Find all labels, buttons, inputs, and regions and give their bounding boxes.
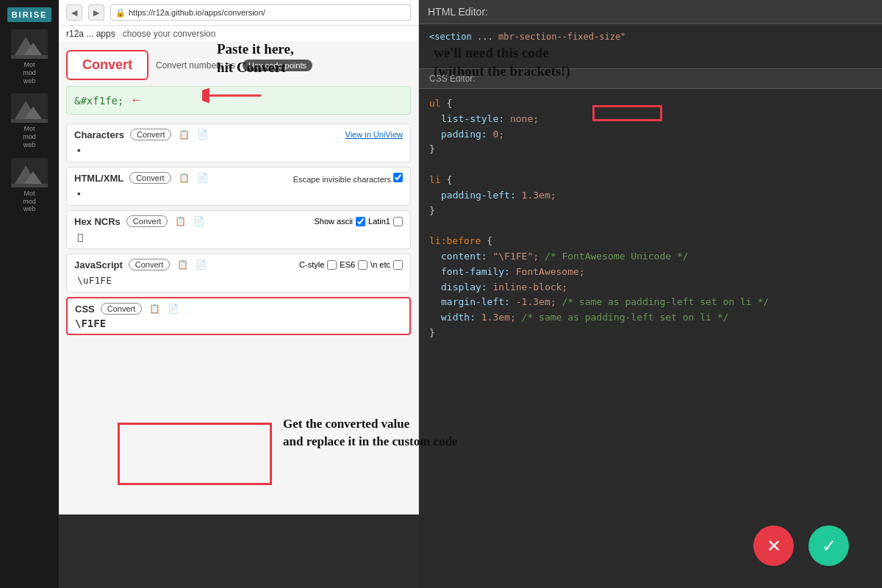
code-margin-left-line: margin-left: -1.3em; /* same as padding-… [429, 295, 872, 310]
convert-header-row: Convert Convert numbers as Hex code poin… [66, 50, 411, 80]
hex-code-badge: Hex code points [243, 60, 312, 71]
confirm-icon: ✓ [822, 536, 836, 556]
convert-numbers-label: Convert numbers as [156, 60, 235, 71]
code-width-line: width: 1.3em; /* same as padding-left se… [429, 310, 872, 326]
htmlxml-header: HTML/XML Convert 📋 📄 Escape invisible ch… [74, 172, 403, 184]
characters-header: Characters Convert 📋 📄 View in UniView [74, 129, 403, 140]
htmlxml-title: HTML/XML [74, 173, 123, 184]
nav-links: r12a ... apps choose your conversion [59, 26, 418, 43]
escape-checkbox[interactable] [393, 173, 403, 182]
hexncrs-options: Show ascii Latin1 [314, 217, 403, 226]
hexncrs-header: Hex NCRs Convert 📋 📄 Show ascii Latin1 [74, 215, 403, 227]
code-content-line: content: "\F1FE"; /* FontAwesome Unicode… [429, 249, 872, 265]
mountain-icon-3 [11, 158, 48, 187]
hexncrs-copy-icon[interactable]: 📋 [175, 216, 186, 226]
svg-rect-11 [11, 184, 48, 187]
code-ul-selector: ul { [429, 96, 872, 112]
result-arrow: ← [129, 93, 143, 108]
confirm-button[interactable]: ✓ [808, 526, 849, 566]
show-ascii-checkbox[interactable] [356, 217, 365, 226]
characters-title: Characters [74, 129, 124, 140]
sidebar: BIRISE Motmodweb Motmodweb Motmodweb [0, 0, 59, 588]
html-code-area: <section ... mbr-section--fixed-size" [419, 24, 882, 68]
n-etc-checkbox[interactable] [393, 260, 403, 270]
javascript-convert-btn[interactable]: Convert [129, 259, 171, 270]
cancel-icon: ✕ [767, 536, 781, 556]
cancel-button[interactable]: ✕ [753, 526, 794, 566]
css-header: CSS Convert 📋 📄 [75, 303, 402, 315]
html-editor-label: HTML Editor: [428, 6, 488, 18]
characters-section: Characters Convert 📋 📄 View in UniView ▪ [66, 123, 411, 162]
htmlxml-copy-icon[interactable]: 📋 [179, 173, 190, 183]
htmlxml-doc-icon[interactable]: 📄 [197, 173, 208, 183]
css-code-area: ul { list-style: none; padding: 0; } li … [419, 89, 882, 348]
code-li-before-selector: li:before { [429, 234, 872, 249]
css-section: CSS Convert 📋 📄 \F1FE [66, 297, 411, 335]
svg-rect-3 [11, 55, 48, 59]
sidebar-label-3: Motmodweb [23, 190, 36, 213]
sidebar-item-1: Motmodweb [2, 29, 57, 85]
mountain-icon-1 [11, 29, 48, 59]
lock-icon: 🔒 [115, 8, 126, 18]
browser-toolbar: ◀ ▶ 🔒 https://r12a.github.io/apps/conver… [59, 0, 418, 26]
htmlxml-content: ▪ [74, 187, 403, 201]
convert-result-box: &#xf1fe; ← [66, 86, 411, 115]
code-panel: HTML Editor: <section ... mbr-section--f… [419, 0, 882, 588]
code-padding-ul: padding: 0; [429, 127, 872, 143]
hexncrs-section: Hex NCRs Convert 📋 📄 Show ascii Latin1  [66, 210, 411, 249]
code-display-line: display: inline-block; [429, 280, 872, 295]
htmlxml-section: HTML/XML Convert 📋 📄 Escape invisible ch… [66, 167, 411, 206]
view-in-uniview-link[interactable]: View in UniView [345, 130, 403, 139]
back-button[interactable]: ◀ [66, 4, 82, 21]
css-doc-icon[interactable]: 📄 [168, 304, 179, 314]
convert-main: Convert Convert numbers as Hex code poin… [59, 43, 418, 347]
code-ul-close: } [429, 142, 872, 157]
es6-checkbox[interactable] [358, 260, 368, 270]
javascript-options: C-style ES6 \n etc [299, 260, 403, 270]
c-style-checkbox[interactable] [327, 260, 337, 270]
css-content: \F1FE [75, 318, 402, 329]
characters-content: ▪ [74, 143, 403, 157]
sidebar-item-3: Motmodweb [2, 158, 57, 213]
characters-copy-icon[interactable]: 📋 [179, 129, 190, 140]
code-padding-left-li: padding-left: 1.3em; [429, 188, 872, 204]
url-text: https://r12a.github.io/apps/conversion/ [129, 8, 265, 17]
code-li-selector: li { [429, 173, 872, 188]
url-bar[interactable]: 🔒 https://r12a.github.io/apps/conversion… [110, 4, 411, 21]
hexncrs-title: Hex NCRs [74, 216, 121, 227]
code-li-close: } [429, 204, 872, 219]
forward-button[interactable]: ▶ [88, 4, 104, 21]
characters-convert-btn[interactable]: Convert [130, 129, 172, 140]
nav-convert-text: choose your conversion [123, 29, 216, 39]
javascript-section: JavaScript Convert 📋 📄 C-style ES6 \n et… [66, 254, 411, 293]
converter-panel: ◀ ▶ 🔒 https://r12a.github.io/apps/conver… [59, 0, 419, 514]
svg-rect-7 [11, 119, 48, 123]
sidebar-label-2: Motmodweb [23, 125, 36, 148]
code-li-before-close: } [429, 326, 872, 341]
hexncrs-content:  [74, 230, 403, 244]
javascript-title: JavaScript [74, 259, 123, 270]
javascript-content: \uF1FE [74, 273, 403, 287]
javascript-header: JavaScript Convert 📋 📄 C-style ES6 \n et… [74, 259, 403, 270]
sidebar-brand: BIRISE [7, 7, 52, 22]
hexncrs-doc-icon[interactable]: 📄 [193, 216, 204, 226]
css-copy-icon[interactable]: 📋 [149, 304, 160, 314]
mountain-icon-2 [11, 93, 48, 123]
javascript-copy-icon[interactable]: 📋 [177, 259, 188, 270]
hexncrs-convert-btn[interactable]: Convert [126, 215, 168, 227]
result-value: &#xf1fe; [74, 95, 123, 107]
code-list-style: list-style: none; [429, 112, 872, 127]
css-convert-btn[interactable]: Convert [101, 303, 143, 315]
sidebar-label-1: Motmodweb [23, 61, 36, 85]
css-title: CSS [75, 304, 95, 315]
html-editor-header: HTML Editor: [419, 0, 882, 24]
nav-apps-text: r12a ... apps [66, 29, 115, 39]
code-font-family-line: font-family: FontAwesome; [429, 265, 872, 280]
css-editor-label: CSS Editor: [429, 74, 476, 84]
htmlxml-convert-btn[interactable]: Convert [129, 172, 171, 184]
main-convert-button[interactable]: Convert [66, 50, 148, 80]
javascript-doc-icon[interactable]: 📄 [196, 259, 207, 270]
characters-doc-icon[interactable]: 📄 [197, 129, 208, 140]
escape-label: Escape invisible characters [293, 173, 403, 184]
latin1-checkbox[interactable] [393, 217, 403, 226]
